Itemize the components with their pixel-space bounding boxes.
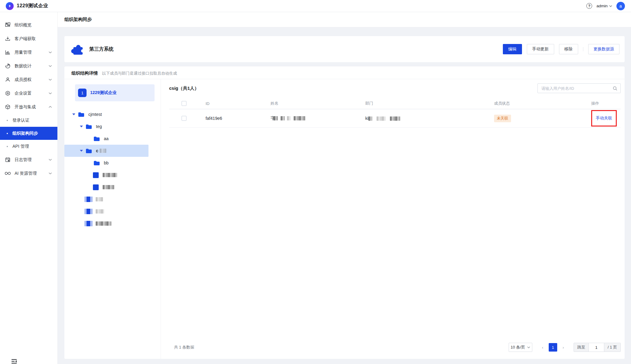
org-tree: cjmtest teg aa c (64, 108, 161, 230)
total-count: 共 1 条数据 (174, 345, 194, 350)
puzzle-icon (70, 42, 84, 56)
user-menu[interactable]: admin (596, 4, 612, 8)
table-header: ID 姓名 部门 成员状态 操作 (169, 98, 621, 109)
annotation-red-box: 手动关联 (591, 110, 617, 126)
total-pages-label: / 1 页 (604, 343, 620, 352)
redacted-text (390, 116, 400, 121)
column-header-dept: 部门 (365, 101, 494, 106)
download-icon (5, 36, 11, 42)
sidebar-item-org-overview[interactable]: 组织概览 (0, 18, 57, 32)
change-datasource-button[interactable]: 更换数据源 (588, 44, 620, 54)
chevron-down-icon (609, 5, 612, 7)
user-icon (5, 77, 11, 83)
caret-down-icon[interactable] (72, 113, 75, 115)
search-icon[interactable] (613, 86, 617, 91)
jump-page-input[interactable] (588, 343, 604, 352)
next-page-button[interactable]: › (557, 345, 569, 350)
sidebar-item-open-integration[interactable]: 开放与集成 (0, 100, 57, 114)
sidebar: 组织概览 客户端获取 用量管理 数据统计 成员授权 企业设置 (0, 12, 58, 364)
org-structure-header: 组织结构详情 以下成员与部门是通过接口拉取且自动生成 (64, 66, 625, 79)
tree-node-redacted[interactable] (64, 169, 161, 181)
sidebar-item-enterprise-settings[interactable]: 企业设置 (0, 86, 57, 100)
redacted-text (294, 116, 305, 120)
sidebar-item-usage[interactable]: 用量管理 (0, 46, 57, 59)
chevron-down-icon (49, 172, 52, 174)
select-all-checkbox[interactable] (182, 101, 186, 106)
bullet-icon (7, 133, 8, 134)
tree-node-redacted[interactable] (64, 181, 161, 193)
column-header-id: ID (206, 101, 271, 106)
sidebar-item-statistics[interactable]: 数据统计 (0, 59, 57, 73)
folder-icon (86, 124, 92, 129)
blue-square-icon (93, 172, 99, 178)
redacted-text (287, 116, 291, 120)
third-party-system-card: 第三方系统 编辑 手动更新 移除 更换数据源 (64, 36, 625, 62)
tree-node-cjmtest[interactable]: cjmtest (64, 108, 161, 120)
tree-node-redacted[interactable] (64, 217, 161, 230)
tree-node-teg[interactable]: teg (64, 120, 161, 133)
gear-icon (5, 90, 11, 96)
cube-icon (5, 104, 11, 110)
status-badge: 未关联 (494, 115, 511, 122)
table-row: faf419e6 字 ki 未关联 (169, 109, 621, 128)
manual-link-button[interactable]: 手动关联 (596, 116, 612, 121)
remove-button[interactable]: 移除 (559, 44, 578, 54)
collapse-sidebar-icon[interactable] (11, 359, 17, 364)
caret-down-icon[interactable] (80, 126, 83, 127)
cell-status: 未关联 (494, 115, 591, 122)
sidebar-item-client-download[interactable]: 客户端获取 (0, 32, 57, 46)
chevron-down-icon (49, 159, 52, 161)
brand-name: 1229测试企业 (17, 3, 48, 9)
edit-button[interactable]: 编辑 (503, 44, 522, 54)
member-search-input[interactable] (541, 86, 613, 91)
prev-page-button[interactable]: ‹ (537, 345, 549, 350)
redacted-text (368, 116, 372, 121)
blue-square-icon (93, 184, 99, 190)
tree-root-node[interactable]: 1 1229测试企业 (75, 84, 155, 101)
tree-node-bb[interactable]: bb (64, 157, 161, 169)
row-checkbox[interactable] (182, 116, 186, 121)
bullet-icon (7, 146, 8, 147)
chevron-down-icon (49, 51, 52, 53)
org-tree-panel: 1 1229测试企业 cjmtest teg (64, 79, 161, 359)
brand: 1229测试企业 (0, 2, 48, 10)
org-structure-card: 组织结构详情 以下成员与部门是通过接口拉取且自动生成 1 1229测试企业 cj… (64, 66, 625, 359)
redacted-text (96, 209, 104, 214)
current-page-button[interactable]: 1 (549, 343, 557, 352)
sidebar-item-org-sync[interactable]: 组织架构同步 (0, 127, 57, 140)
tree-node-redacted[interactable] (64, 193, 161, 205)
folder-icon (94, 160, 100, 166)
system-card-title: 第三方系统 (89, 46, 114, 52)
chevron-down-icon (49, 92, 52, 94)
avatar[interactable]: a (616, 2, 625, 10)
page-jump-group: 跳至 / 1 页 (574, 343, 621, 352)
page-size-select[interactable]: 10 条/页 (509, 343, 532, 352)
sidebar-item-member-auth[interactable]: 成员授权 (0, 73, 57, 86)
striped-folder-icon (84, 197, 93, 202)
cell-dept: ki (365, 116, 494, 121)
redacted-text (96, 221, 111, 226)
tree-node-redacted[interactable] (64, 205, 161, 217)
tree-node-selected[interactable]: c (64, 145, 148, 157)
main-content: 组织架构同步 第三方系统 编辑 手动更新 移除 更换数据源 组织结构详情 以下成… (58, 12, 631, 364)
manual-update-button[interactable]: 手动更新 (527, 44, 554, 54)
calendar-icon (5, 157, 11, 163)
redacted-text (103, 185, 114, 189)
cell-id: faf419e6 (206, 116, 271, 121)
sidebar-item-log-management[interactable]: 日志管理 (0, 153, 57, 167)
sidebar-item-login-auth[interactable]: 登录认证 (0, 114, 57, 127)
chevron-down-icon (49, 65, 52, 67)
sidebar-item-api-management[interactable]: API 管理 (0, 140, 57, 153)
tree-node-aa[interactable]: aa (64, 133, 161, 145)
cell-action: 手动关联 (591, 110, 621, 126)
column-header-status: 成员状态 (494, 101, 591, 106)
jump-to-label: 跳至 (574, 343, 588, 352)
sidebar-item-ai-resources[interactable]: AI 资源管理 (0, 167, 57, 180)
folder-icon (78, 112, 84, 117)
member-search[interactable] (537, 83, 621, 93)
bullet-icon (7, 120, 8, 121)
system-card-toolbar: 编辑 手动更新 移除 更换数据源 (503, 44, 620, 54)
cell-name: 字 (271, 116, 365, 121)
caret-down-icon[interactable] (80, 150, 83, 152)
help-icon[interactable]: ? (586, 3, 592, 9)
